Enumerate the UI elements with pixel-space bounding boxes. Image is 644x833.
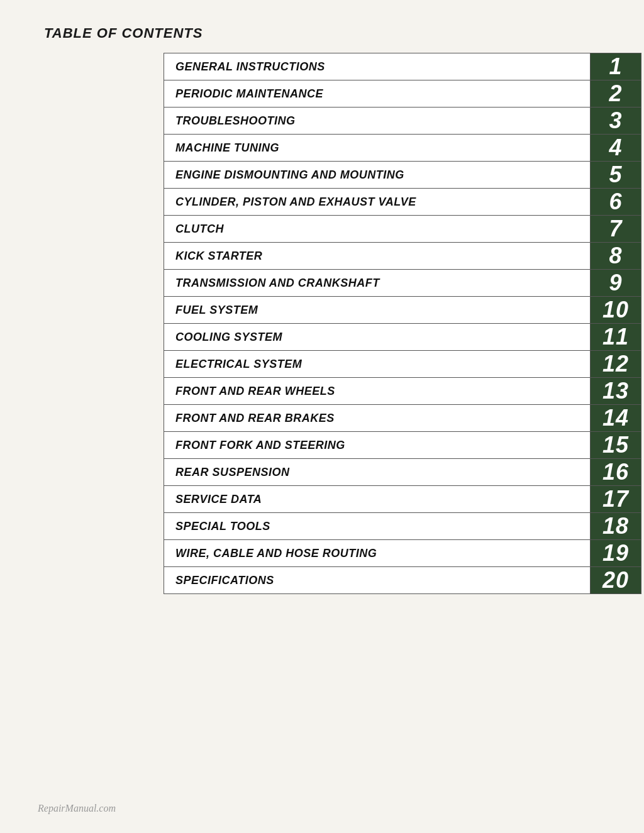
toc-label: PERIODIC MAINTENANCE bbox=[164, 80, 591, 107]
toc-row[interactable]: ELECTRICAL SYSTEM12 bbox=[164, 350, 641, 377]
toc-row[interactable]: FRONT AND REAR BRAKES14 bbox=[164, 404, 641, 431]
toc-row[interactable]: CYLINDER, PISTON AND EXHAUST VALVE6 bbox=[164, 188, 641, 215]
toc-label: TRANSMISSION AND CRANKSHAFT bbox=[164, 270, 591, 296]
toc-number: 11 bbox=[591, 324, 641, 350]
toc-row[interactable]: GENERAL INSTRUCTIONS1 bbox=[164, 53, 641, 80]
toc-container: GENERAL INSTRUCTIONS1PERIODIC MAINTENANC… bbox=[164, 53, 641, 594]
toc-number: 16 bbox=[591, 459, 641, 485]
toc-number: 8 bbox=[591, 243, 641, 269]
toc-label: FRONT AND REAR BRAKES bbox=[164, 405, 591, 431]
toc-number: 6 bbox=[591, 189, 641, 215]
toc-label: ELECTRICAL SYSTEM bbox=[164, 351, 591, 377]
toc-row[interactable]: KICK STARTER8 bbox=[164, 242, 641, 269]
toc-number: 2 bbox=[591, 80, 641, 107]
toc-label: SPECIAL TOOLS bbox=[164, 513, 591, 539]
toc-label: WIRE, CABLE AND HOSE ROUTING bbox=[164, 540, 591, 566]
toc-number: 17 bbox=[591, 486, 641, 512]
toc-row[interactable]: MACHINE TUNING4 bbox=[164, 134, 641, 161]
toc-label: SPECIFICATIONS bbox=[164, 567, 591, 593]
toc-label: FRONT AND REAR WHEELS bbox=[164, 378, 591, 404]
toc-label: TROUBLESHOOTING bbox=[164, 108, 591, 134]
toc-label: REAR SUSPENSION bbox=[164, 459, 591, 485]
watermark: RepairManual.com bbox=[38, 803, 116, 814]
toc-row[interactable]: SPECIFICATIONS20 bbox=[164, 566, 641, 594]
page-title: TABLE OF CONTENTS bbox=[44, 25, 606, 41]
toc-number: 10 bbox=[591, 297, 641, 323]
toc-label: FRONT FORK AND STEERING bbox=[164, 432, 591, 458]
toc-row[interactable]: TROUBLESHOOTING3 bbox=[164, 107, 641, 134]
toc-number: 18 bbox=[591, 513, 641, 539]
toc-number: 19 bbox=[591, 540, 641, 566]
toc-row[interactable]: CLUTCH7 bbox=[164, 215, 641, 242]
toc-number: 20 bbox=[591, 567, 641, 593]
toc-number: 9 bbox=[591, 270, 641, 296]
toc-label: MACHINE TUNING bbox=[164, 135, 591, 161]
toc-number: 4 bbox=[591, 135, 641, 161]
toc-label: SERVICE DATA bbox=[164, 486, 591, 512]
toc-row[interactable]: COOLING SYSTEM11 bbox=[164, 323, 641, 350]
toc-number: 12 bbox=[591, 351, 641, 377]
toc-number: 14 bbox=[591, 405, 641, 431]
toc-row[interactable]: REAR SUSPENSION16 bbox=[164, 458, 641, 485]
toc-number: 5 bbox=[591, 162, 641, 188]
toc-row[interactable]: ENGINE DISMOUNTING AND MOUNTING5 bbox=[164, 161, 641, 188]
toc-number: 3 bbox=[591, 108, 641, 134]
toc-label: CLUTCH bbox=[164, 216, 591, 242]
toc-label: ENGINE DISMOUNTING AND MOUNTING bbox=[164, 162, 591, 188]
toc-row[interactable]: WIRE, CABLE AND HOSE ROUTING19 bbox=[164, 539, 641, 566]
toc-label: GENERAL INSTRUCTIONS bbox=[164, 53, 591, 80]
toc-number: 7 bbox=[591, 216, 641, 242]
toc-number: 15 bbox=[591, 432, 641, 458]
toc-label: CYLINDER, PISTON AND EXHAUST VALVE bbox=[164, 189, 591, 215]
toc-row[interactable]: SERVICE DATA17 bbox=[164, 485, 641, 512]
toc-row[interactable]: FRONT AND REAR WHEELS13 bbox=[164, 377, 641, 404]
toc-row[interactable]: TRANSMISSION AND CRANKSHAFT9 bbox=[164, 269, 641, 296]
toc-label: COOLING SYSTEM bbox=[164, 324, 591, 350]
toc-label: FUEL SYSTEM bbox=[164, 297, 591, 323]
toc-row[interactable]: PERIODIC MAINTENANCE2 bbox=[164, 80, 641, 107]
toc-label: KICK STARTER bbox=[164, 243, 591, 269]
toc-number: 13 bbox=[591, 378, 641, 404]
toc-number: 1 bbox=[591, 53, 641, 80]
toc-row[interactable]: FUEL SYSTEM10 bbox=[164, 296, 641, 323]
toc-row[interactable]: SPECIAL TOOLS18 bbox=[164, 512, 641, 539]
toc-row[interactable]: FRONT FORK AND STEERING15 bbox=[164, 431, 641, 458]
